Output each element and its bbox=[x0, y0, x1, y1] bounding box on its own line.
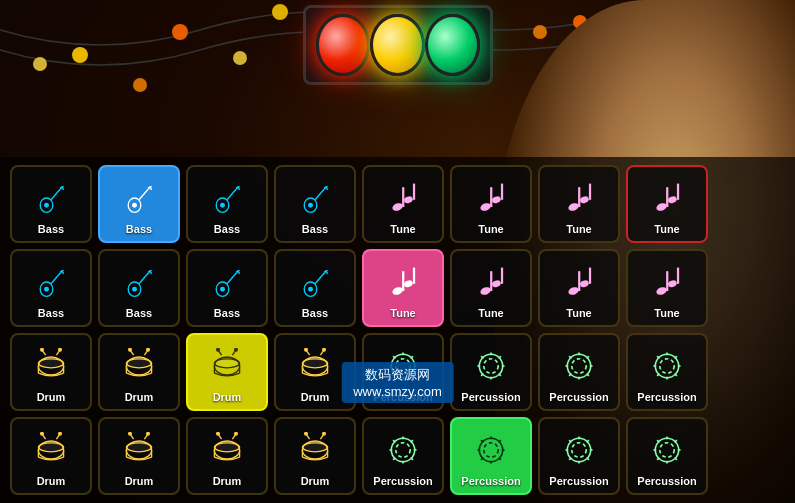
svg-point-88 bbox=[38, 359, 63, 368]
svg-point-117 bbox=[305, 348, 308, 351]
svg-point-55 bbox=[45, 287, 49, 291]
cell-r4c2[interactable]: Drum bbox=[98, 417, 180, 495]
svg-point-41 bbox=[491, 195, 502, 204]
cell-label: Bass bbox=[302, 307, 328, 319]
svg-point-96 bbox=[126, 359, 151, 368]
svg-point-190 bbox=[323, 432, 326, 435]
cell-r1c8[interactable]: Tune bbox=[626, 165, 708, 243]
cell-r3c5[interactable]: Percussion bbox=[362, 333, 444, 411]
cell-label: Drum bbox=[37, 475, 66, 487]
traffic-light-box bbox=[303, 5, 493, 85]
cell-label: Tune bbox=[566, 223, 591, 235]
svg-point-37 bbox=[403, 195, 414, 204]
svg-rect-36 bbox=[402, 187, 404, 207]
traffic-light-red bbox=[316, 14, 371, 76]
cell-r4c1[interactable]: Drum bbox=[10, 417, 92, 495]
cell-r4c6[interactable]: Percussion bbox=[450, 417, 532, 495]
svg-point-43 bbox=[567, 202, 580, 212]
cell-r4c7[interactable]: Percussion bbox=[538, 417, 620, 495]
cell-r1c5[interactable]: Tune bbox=[362, 165, 444, 243]
cell-r3c6[interactable]: Percussion bbox=[450, 333, 532, 411]
svg-point-130 bbox=[484, 359, 498, 373]
svg-point-184 bbox=[302, 443, 327, 452]
bass-icon bbox=[297, 264, 333, 307]
bass-icon bbox=[33, 264, 69, 307]
svg-point-212 bbox=[572, 443, 586, 457]
cell-label: Percussion bbox=[637, 391, 696, 403]
svg-point-19 bbox=[45, 203, 49, 207]
cell-r2c8[interactable]: Tune bbox=[626, 249, 708, 327]
svg-point-85 bbox=[667, 279, 678, 288]
svg-point-168 bbox=[126, 443, 151, 452]
cell-r1c7[interactable]: Tune bbox=[538, 165, 620, 243]
cell-r4c3[interactable]: Drum bbox=[186, 417, 268, 495]
svg-point-189 bbox=[305, 432, 308, 435]
svg-line-21 bbox=[139, 187, 150, 200]
cell-label: Percussion bbox=[373, 475, 432, 487]
grid-row-4: Drum Drum Drum bbox=[10, 417, 785, 495]
cell-r2c1[interactable]: Bass bbox=[10, 249, 92, 327]
svg-point-109 bbox=[217, 348, 220, 351]
cell-r1c1[interactable]: Bass bbox=[10, 165, 92, 243]
cell-r2c2[interactable]: Bass bbox=[98, 249, 180, 327]
svg-point-192 bbox=[396, 443, 410, 457]
cell-r3c1[interactable]: Drum bbox=[10, 333, 92, 411]
svg-rect-50 bbox=[677, 184, 679, 200]
cell-r1c4[interactable]: Bass bbox=[274, 165, 356, 243]
drum-icon bbox=[297, 432, 333, 475]
cell-r3c2[interactable]: Drum bbox=[98, 333, 180, 411]
cell-r4c8[interactable]: Percussion bbox=[626, 417, 708, 495]
cell-label: Tune bbox=[390, 223, 415, 235]
svg-point-29 bbox=[221, 203, 225, 207]
svg-rect-78 bbox=[501, 268, 503, 284]
cell-r1c2[interactable]: Bass bbox=[98, 165, 180, 243]
svg-point-77 bbox=[491, 279, 502, 288]
svg-point-81 bbox=[579, 279, 590, 288]
bass-icon bbox=[209, 180, 245, 223]
cell-r4c4[interactable]: Drum bbox=[274, 417, 356, 495]
cell-r3c8[interactable]: Percussion bbox=[626, 333, 708, 411]
svg-point-182 bbox=[235, 432, 238, 435]
drum-icon bbox=[121, 348, 157, 391]
cell-label: Tune bbox=[478, 223, 503, 235]
cell-r2c3[interactable]: Bass bbox=[186, 249, 268, 327]
svg-line-16 bbox=[51, 187, 62, 200]
tune-icon bbox=[561, 180, 597, 223]
cell-label: Tune bbox=[478, 307, 503, 319]
cell-label: Bass bbox=[38, 223, 64, 235]
cell-label: Drum bbox=[125, 475, 154, 487]
percussion-icon bbox=[473, 432, 509, 475]
drum-icon bbox=[209, 432, 245, 475]
drum-icon bbox=[297, 348, 333, 391]
cell-label: Tune bbox=[654, 307, 679, 319]
svg-point-79 bbox=[567, 286, 580, 296]
cell-r3c4[interactable]: Drum bbox=[274, 333, 356, 411]
cell-r1c6[interactable]: Tune bbox=[450, 165, 532, 243]
cell-r4c5[interactable]: Percussion bbox=[362, 417, 444, 495]
cell-r2c7[interactable]: Tune bbox=[538, 249, 620, 327]
svg-point-45 bbox=[579, 195, 590, 204]
cell-r2c5[interactable]: Tune bbox=[362, 249, 444, 327]
svg-point-39 bbox=[479, 202, 492, 212]
svg-rect-86 bbox=[677, 268, 679, 284]
svg-line-52 bbox=[51, 271, 62, 284]
cell-label: Percussion bbox=[461, 391, 520, 403]
svg-line-57 bbox=[139, 271, 150, 284]
drum-icon bbox=[33, 348, 69, 391]
svg-rect-74 bbox=[413, 268, 415, 284]
cell-r3c3[interactable]: Drum bbox=[186, 333, 268, 411]
svg-rect-40 bbox=[490, 187, 492, 207]
tune-icon bbox=[649, 264, 685, 307]
percussion-icon bbox=[561, 432, 597, 475]
cell-r2c4[interactable]: Bass bbox=[274, 249, 356, 327]
cell-r1c3[interactable]: Bass bbox=[186, 165, 268, 243]
svg-point-118 bbox=[323, 348, 326, 351]
svg-point-47 bbox=[655, 202, 668, 212]
cell-r2c6[interactable]: Tune bbox=[450, 249, 532, 327]
cell-label: Tune bbox=[566, 307, 591, 319]
svg-line-67 bbox=[315, 271, 326, 284]
traffic-light bbox=[298, 5, 498, 115]
cell-label: Drum bbox=[213, 475, 242, 487]
svg-rect-44 bbox=[578, 187, 580, 207]
cell-r3c7[interactable]: Percussion bbox=[538, 333, 620, 411]
